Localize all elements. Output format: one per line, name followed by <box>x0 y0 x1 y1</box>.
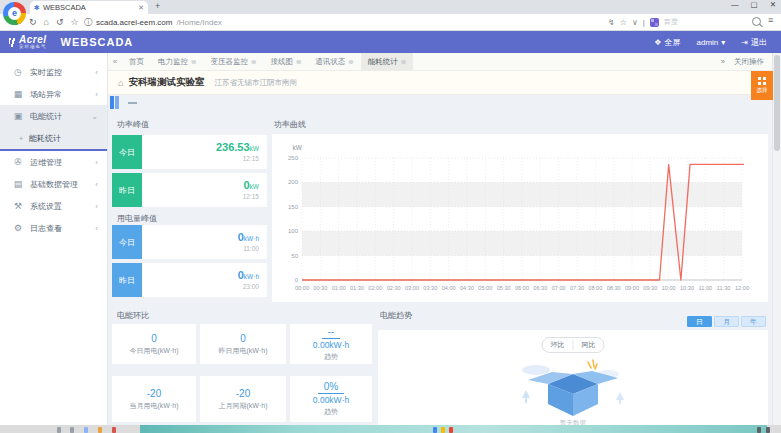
sidebar-item-realtime-monitor[interactable]: ◷实时监控‹ <box>0 61 107 83</box>
sidebar-item-energy-statistics[interactable]: ▣电能统计⌄ <box>0 105 107 127</box>
menu-icon[interactable]: ≡ <box>768 15 773 25</box>
close-operations-menu[interactable]: 关闭操作 <box>734 57 764 67</box>
card-body: 0kW·h23:00 <box>142 263 267 297</box>
grid-icon <box>758 77 766 85</box>
tabbar-spacer <box>413 53 721 70</box>
sidebar-item-operation-management[interactable]: ✇运维管理‹ <box>0 151 107 173</box>
sidebar-item-system-settings[interactable]: ⚒系统设置‹ <box>0 195 107 217</box>
window-maximize-button[interactable]: ▢ <box>751 0 758 9</box>
svg-text:06:30: 06:30 <box>533 285 547 291</box>
svg-text:01:30: 01:30 <box>350 285 364 291</box>
browser-logo-icon[interactable]: e <box>3 2 26 25</box>
app-header: Acrel 安科瑞电气 WEBSCADA ❖ 全屏 admin ▾ ⇥ 退出 <box>0 31 781 53</box>
peak-unit: kW <box>250 183 259 190</box>
tab-close-icon[interactable]: ⊗ <box>191 58 196 66</box>
tab-wiring-diagram[interactable]: 接线图⊗ <box>263 53 308 70</box>
home-icon[interactable]: ⌂ <box>44 17 49 27</box>
bookmark-star-icon[interactable]: ☆ <box>71 17 79 27</box>
ratio-card-4: -20上月同期(kW·h) <box>200 376 286 422</box>
logout-button[interactable]: ⇥ 退出 <box>741 37 767 48</box>
peak-value: 0kW·h <box>238 232 259 243</box>
range-button-年[interactable]: 年 <box>741 316 766 327</box>
flash-plugin-icon[interactable]: ↯ <box>608 18 615 27</box>
tab-close-icon[interactable]: ⊗ <box>296 58 301 66</box>
tab-transformer-monitor[interactable]: 变压器监控⊗ <box>203 53 263 70</box>
tab-label: 首页 <box>129 57 144 67</box>
user-menu[interactable]: admin ▾ <box>696 38 725 47</box>
tabs-scroll-right-icon[interactable]: » <box>721 57 725 66</box>
extension-label: 百度 <box>664 17 678 27</box>
window-close-button[interactable]: ✕ <box>770 0 776 9</box>
window-minimize-button[interactable]: — <box>731 0 739 9</box>
tab-close-icon[interactable]: ⊗ <box>348 58 353 66</box>
tab-label: 通讯状态 <box>315 57 345 67</box>
sidebar-item-label: 场站异常 <box>30 89 62 100</box>
sidebar-item-basic-data-management[interactable]: ▤基础数据管理‹ <box>0 173 107 195</box>
power-peak-card-yesterday: 昨日0kW12:15 <box>112 173 267 207</box>
tab-label: 能耗统计 <box>368 57 398 67</box>
page-scrollbar[interactable] <box>772 53 781 425</box>
peak-time: 23:00 <box>243 283 259 290</box>
tab-close-icon[interactable]: ⊗ <box>251 58 256 66</box>
sidebar-menu: ◷实时监控‹▦场站异常‹▣电能统计⌄+能耗统计✇运维管理‹▤基础数据管理‹⚒系统… <box>0 53 108 425</box>
fullscreen-button[interactable]: ❖ 全屏 <box>654 37 680 48</box>
tab-home[interactable]: 首页 <box>122 53 151 70</box>
peak-time: 12:15 <box>243 193 259 200</box>
acrel-logo: Acrel 安科瑞电气 <box>9 35 47 50</box>
svg-text:04:00: 04:00 <box>442 285 456 291</box>
fullscreen-icon: ❖ <box>654 38 661 47</box>
svg-text:08:00: 08:00 <box>588 285 602 291</box>
ratio-value: -20 <box>147 388 161 399</box>
config-select-button[interactable]: 选择 <box>751 71 773 100</box>
tab-close-icon[interactable]: ✕ <box>138 4 144 12</box>
sidebar-subitem-energy-consumption-statistics[interactable]: +能耗统计 <box>0 127 107 149</box>
period-tag: 昨日 <box>112 263 142 297</box>
range-button-月[interactable]: 月 <box>714 316 739 327</box>
new-tab-button[interactable]: + <box>155 1 160 11</box>
power-curve-chart: kW05010015020025000:0000:3001:0001:3002:… <box>272 134 768 302</box>
energy-ratio-grid: 0今日用电(kW·h)0昨日用电(kW·h)--0.00kW·h趋势-20当月用… <box>112 324 372 422</box>
search-icon[interactable] <box>752 17 761 26</box>
sidebar-item-log-view[interactable]: ⚙日志查看‹ <box>0 217 107 239</box>
sidebar-group-energy-statistics: ▣电能统计⌄+能耗统计 <box>0 105 107 149</box>
extension-icon[interactable] <box>650 18 659 27</box>
svg-text:00:30: 00:30 <box>313 285 327 291</box>
peak-value: 236.53kW <box>216 142 259 153</box>
tab-communication-status[interactable]: 通讯状态⊗ <box>308 53 360 70</box>
svg-text:12:00: 12:00 <box>735 285 749 291</box>
chevron-icon: ‹ <box>95 90 98 99</box>
building-icon: ⌂ <box>118 78 123 88</box>
svg-text:11:00: 11:00 <box>699 285 713 291</box>
energy-statistics-icon: ▣ <box>13 111 23 121</box>
tabs-scroll-left-icon[interactable]: « <box>108 53 122 70</box>
energy-trend-panel: 环比同比 暂无数据 <box>378 330 768 425</box>
scrollbar-thumb[interactable] <box>774 55 780 151</box>
site-info-icon[interactable]: ⓘ <box>84 17 92 28</box>
logo-subtext: 安科瑞电气 <box>19 45 47 50</box>
browser-tab[interactable]: ✱ WEBSCADA ✕ <box>30 1 148 14</box>
url-field[interactable]: ⓘ scada.acrel-eem.com/Home/Index <box>84 15 222 29</box>
basic-data-management-icon: ▤ <box>13 179 23 189</box>
sidebar-item-label: 基础数据管理 <box>30 179 78 190</box>
tab-close-icon[interactable]: ⊗ <box>401 58 406 66</box>
reload-icon[interactable]: ↻ <box>29 17 37 27</box>
tab-energy-consumption[interactable]: 能耗统计⊗ <box>361 53 413 70</box>
ratio-card-2: --0.00kW·h趋势 <box>290 324 372 364</box>
toggle-mom[interactable]: 环比 <box>543 340 573 350</box>
ratio-label: 昨日用电(kW·h) <box>219 346 268 356</box>
product-name: WEBSCADA <box>61 36 134 48</box>
dropdown-caret-icon[interactable]: ∨ <box>632 18 638 27</box>
sidebar-item-station-abnormal[interactable]: ▦场站异常‹ <box>0 83 107 105</box>
tab-power-monitor[interactable]: 电力监控⊗ <box>151 53 203 70</box>
history-icon[interactable]: ↺ <box>56 17 64 27</box>
breadcrumb: ⌂ 安科瑞测试实验室 江苏省无锡市江阴市南闸 <box>108 71 772 95</box>
mini-bar-indicator <box>110 96 137 109</box>
main-content: 功率峰值 今日236.53kW12:15昨日0kW12:15 用电量峰值 今日0… <box>108 95 772 425</box>
svg-text:04:30: 04:30 <box>460 285 474 291</box>
toggle-yoy[interactable]: 同比 <box>573 340 604 350</box>
range-button-日[interactable]: 日 <box>687 316 712 327</box>
energy-trend-title: 电能趋势 <box>380 310 412 321</box>
realtime-monitor-icon: ◷ <box>13 67 23 77</box>
favorite-star-icon[interactable]: ☆ <box>620 18 627 27</box>
fullscreen-label: 全屏 <box>664 37 680 48</box>
